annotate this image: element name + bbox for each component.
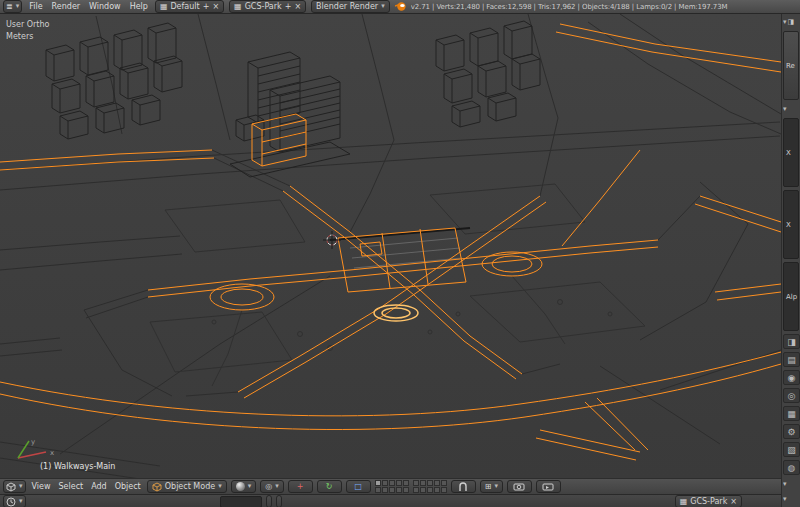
chevron-down-icon: ▾ bbox=[783, 106, 787, 113]
render-layers-icon[interactable]: ▤ bbox=[783, 352, 800, 367]
axis-y-label: y bbox=[31, 438, 35, 446]
opengl-render-anim-button[interactable] bbox=[536, 480, 561, 493]
object-properties-icon[interactable]: ▦ bbox=[783, 406, 800, 421]
manipulator-scale-button[interactable]: □ bbox=[346, 480, 371, 493]
buildings-wireframe-center bbox=[230, 52, 350, 177]
pivot-point-selector[interactable]: ◎ ▾ bbox=[260, 480, 284, 493]
chevron-down-icon: ▾ bbox=[218, 483, 222, 490]
wireframe-scene bbox=[0, 14, 781, 478]
timeline-field[interactable] bbox=[220, 496, 262, 507]
buildings-wireframe-left bbox=[46, 23, 182, 139]
screen-layout-selector[interactable]: ▦ Default + × bbox=[155, 0, 224, 13]
timeline-button[interactable] bbox=[276, 495, 282, 507]
editor-type-button[interactable]: ≣ ▾ bbox=[3, 0, 22, 13]
chevron-down-icon: ▾ bbox=[381, 3, 385, 10]
screen-layout-value: Default bbox=[170, 2, 199, 11]
timeline-header: ▾ ▦ GCS-Park × bbox=[0, 494, 787, 507]
panel-header-row[interactable]: ▾ bbox=[783, 478, 799, 490]
chevron-down-icon: ▾ bbox=[19, 498, 23, 505]
pivot-icon: ◎ bbox=[265, 482, 272, 491]
camera-animation-icon bbox=[542, 482, 554, 491]
editor-type-button[interactable]: ▾ bbox=[3, 495, 26, 507]
chevron-down-icon: ▾ bbox=[783, 496, 787, 503]
chevron-down-icon: ▾ bbox=[494, 483, 498, 490]
view3d-header: ▾ View Select Add Object Object Mode ▾ ▾… bbox=[0, 478, 787, 494]
scene-statistics: v2.71 | Verts:21,480 | Faces:12,598 | Tr… bbox=[411, 3, 800, 11]
menu-object[interactable]: Object bbox=[113, 482, 143, 491]
grid-icon: ▦ bbox=[680, 497, 688, 506]
info-editor-icon: ≣ bbox=[6, 2, 13, 11]
active-object-label: (1) Walkways-Main bbox=[40, 462, 115, 471]
scene-properties-icon[interactable]: ◉ bbox=[783, 370, 800, 385]
close-scene-icon[interactable]: × bbox=[294, 2, 301, 11]
menu-help[interactable]: Help bbox=[128, 2, 150, 11]
menu-file[interactable]: File bbox=[27, 2, 44, 11]
object-data-icon[interactable]: ▧ bbox=[783, 442, 800, 457]
blender-window: ≣ ▾ File Render Window Help ▦ Default + … bbox=[0, 0, 800, 507]
panel-header-row[interactable]: ▾ ◨ bbox=[783, 16, 799, 28]
selected-walkways-wireframe bbox=[0, 24, 781, 460]
mode-selector[interactable]: Object Mode ▾ bbox=[147, 480, 227, 493]
grid-units-label: Meters bbox=[6, 32, 33, 41]
viewport-shading-selector[interactable]: ▾ bbox=[231, 480, 257, 493]
chevron-down-icon: ▾ bbox=[783, 481, 787, 488]
scene-icon: ▦ bbox=[234, 2, 242, 11]
screen-layout-icon: ▦ bbox=[160, 2, 168, 11]
menu-view[interactable]: View bbox=[30, 482, 53, 491]
camera-icon bbox=[513, 482, 525, 491]
3d-view-editor-icon bbox=[6, 482, 16, 492]
render-button-fragment[interactable]: Re bbox=[783, 31, 799, 100]
chevron-down-icon: ▾ bbox=[248, 483, 252, 490]
layers-widget[interactable] bbox=[375, 480, 447, 493]
axis-x-label: x bbox=[50, 449, 54, 457]
add-layout-icon[interactable]: + bbox=[203, 2, 210, 11]
render-engine-selector[interactable]: Blender Render ▾ bbox=[311, 0, 390, 13]
clock-icon bbox=[6, 497, 16, 507]
park-blocks-wireframe bbox=[150, 184, 645, 386]
manipulator-rotate-button[interactable]: ↻ bbox=[317, 480, 342, 493]
opengl-render-button[interactable] bbox=[507, 480, 532, 493]
menu-select[interactable]: Select bbox=[57, 482, 86, 491]
snap-element-icon: ⊞ bbox=[485, 482, 492, 491]
snap-element-selector[interactable]: ⊞ ▾ bbox=[480, 480, 503, 493]
editor-type-button[interactable]: ▾ bbox=[3, 480, 26, 493]
buildings-wireframe-right bbox=[436, 21, 540, 127]
resolution-x-field-fragment[interactable]: X bbox=[783, 118, 799, 187]
blender-logo-icon bbox=[395, 1, 406, 12]
menu-render[interactable]: Render bbox=[50, 2, 82, 11]
panel-header-row[interactable]: ▾ bbox=[783, 103, 799, 115]
close-layout-icon[interactable]: × bbox=[212, 2, 219, 11]
chevron-down-icon: ▾ bbox=[275, 483, 279, 490]
resolution-y-field-fragment[interactable]: X bbox=[783, 190, 799, 259]
chevron-down-icon: ▾ bbox=[783, 19, 787, 26]
info-header: ≣ ▾ File Render Window Help ▦ Default + … bbox=[0, 0, 800, 14]
modifiers-icon[interactable]: ⚙ bbox=[783, 424, 800, 439]
snap-toggle-button[interactable] bbox=[451, 480, 476, 493]
add-scene-icon[interactable]: + bbox=[285, 2, 292, 11]
manipulator-translate-button[interactable]: + bbox=[288, 480, 313, 493]
scene-value: GCS-Park bbox=[245, 2, 282, 11]
scene-datablock-name: GCS-Park bbox=[690, 497, 727, 506]
close-icon[interactable]: × bbox=[730, 497, 737, 506]
object-mode-icon bbox=[152, 482, 162, 492]
menu-window[interactable]: Window bbox=[87, 2, 123, 11]
engine-value: Blender Render bbox=[316, 2, 378, 11]
roads-wireframe bbox=[0, 14, 781, 478]
menu-add[interactable]: Add bbox=[89, 482, 109, 491]
render-properties-icon[interactable]: ◨ bbox=[783, 334, 800, 349]
active-object-wireframe bbox=[374, 305, 418, 321]
alpha-field-fragment[interactable]: Alp bbox=[783, 262, 799, 331]
view-name-label: User Ortho bbox=[6, 20, 49, 29]
scene-datablock[interactable]: ▦ GCS-Park × bbox=[675, 495, 742, 507]
magnet-icon bbox=[458, 482, 468, 492]
plaza-steps-wireframe bbox=[350, 238, 462, 268]
world-properties-icon[interactable]: ◎ bbox=[783, 388, 800, 403]
material-icon[interactable]: ◍ bbox=[783, 460, 800, 475]
scene-selector[interactable]: ▦ GCS-Park + × bbox=[229, 0, 306, 13]
chevron-down-icon: ▾ bbox=[16, 3, 20, 10]
timeline-button[interactable] bbox=[266, 495, 272, 507]
3d-viewport[interactable]: User Ortho Meters x y (1) Walkways-Main bbox=[0, 14, 781, 478]
panel-header-row[interactable]: ▾ bbox=[783, 493, 799, 505]
properties-panel-edge: ▾ ◨ Re ▾ X X Alp ◨ ▤ ◉ ◎ ▦ ⚙ ▧ ◍ ▾ ▾ bbox=[781, 14, 800, 507]
shading-sphere-icon bbox=[236, 482, 245, 491]
